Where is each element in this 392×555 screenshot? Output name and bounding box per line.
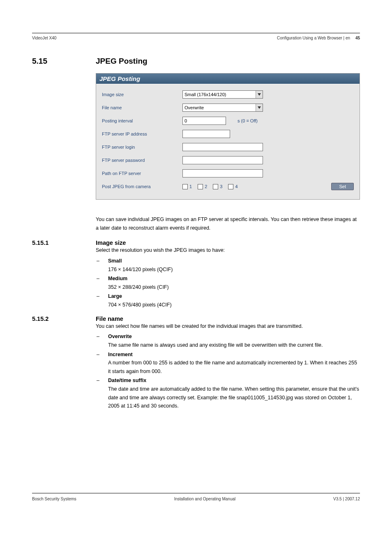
label-posting-interval: Posting interval [102, 118, 182, 123]
option-label: Overwrite [108, 334, 132, 339]
jpeg-posting-panel: JPEG Posting Image size Small (176x144/1… [96, 73, 360, 200]
posting-interval-input[interactable]: 0 [182, 117, 226, 125]
list-item: – Small 176 × 144/120 pixels (QCIF) [96, 256, 360, 274]
camera-4-checkbox[interactable] [228, 184, 233, 189]
ftp-path-input[interactable] [182, 169, 263, 177]
svg-marker-1 [258, 106, 261, 109]
ftp-login-input[interactable] [182, 143, 263, 151]
option-desc: The date and time are automatically adde… [108, 385, 360, 410]
camera-1-label: 1 [189, 184, 192, 189]
section-title: JPEG Posting [96, 57, 148, 66]
panel-title: JPEG Posting [96, 74, 360, 84]
camera-1-checkbox[interactable] [182, 184, 188, 189]
label-ftp-login: FTP server login [102, 145, 182, 150]
dash-icon: – [96, 376, 108, 410]
header-left: VideoJet X40 [32, 36, 56, 40]
label-ftp-ip: FTP server IP address [102, 131, 182, 136]
label-ftp-path: Path on FTP server [102, 171, 182, 176]
list-item: – Date/time suffix The date and time are… [96, 376, 360, 411]
option-desc: The same file name is always used and an… [108, 341, 360, 350]
option-desc: A number from 000 to 255 is added to the… [108, 359, 360, 375]
list-item: – Medium 352 × 288/240 pixels (CIF) [96, 274, 360, 292]
file-name-select[interactable]: Overwrite [182, 104, 263, 112]
list-item: – Overwrite The same file name is always… [96, 332, 360, 350]
subsection-title: Image size [96, 240, 126, 246]
subsection-title: File name [96, 315, 123, 322]
image-size-select[interactable]: Small (176x144/120) [182, 90, 263, 99]
svg-marker-0 [258, 93, 261, 96]
option-label: Medium [108, 276, 127, 281]
dash-icon: – [96, 350, 108, 376]
label-file-name: File name [102, 105, 182, 110]
dash-icon: – [96, 292, 108, 309]
camera-2-checkbox[interactable] [198, 184, 203, 189]
footer-center: Installation and Operating Manual [174, 497, 236, 501]
option-desc: 176 × 144/120 pixels (QCIF) [108, 265, 360, 274]
option-label: Large [108, 293, 122, 299]
option-desc: 352 × 288/240 pixels (CIF) [108, 283, 360, 292]
subsection-number: 5.15.1 [32, 240, 96, 246]
intro-paragraph: You can save individual JPEG images on a… [96, 215, 360, 232]
image-size-value: Small (176x144/120) [184, 92, 226, 97]
file-name-value: Overwrite [184, 105, 204, 110]
option-label: Increment [108, 352, 133, 357]
dash-icon: – [96, 257, 108, 274]
subsection-number: 5.15.2 [32, 315, 96, 322]
footer-left: Bosch Security Systems [32, 497, 76, 501]
option-desc: 704 × 576/480 pixels (4CIF) [108, 301, 360, 309]
list-item: – Increment A number from 000 to 255 is … [96, 350, 360, 376]
ftp-password-input[interactable] [182, 156, 263, 164]
camera-3-checkbox[interactable] [213, 184, 218, 189]
header-right: Configuration Using a Web Browser | en [277, 36, 350, 40]
camera-4-label: 4 [235, 184, 238, 189]
dash-icon: – [96, 274, 108, 291]
label-image-size: Image size [102, 92, 182, 97]
page-number: 45 [355, 36, 360, 40]
option-label: Small [108, 258, 122, 264]
section-number: 5.15 [32, 57, 96, 66]
interval-suffix: s (0 = Off) [238, 118, 258, 123]
chevron-down-icon [256, 104, 263, 111]
chevron-down-icon [256, 91, 263, 98]
page-header: VideoJet X40 Configuration Using a Web B… [32, 36, 360, 40]
set-button[interactable]: Set [331, 183, 354, 190]
dash-icon: – [96, 332, 108, 349]
camera-2-label: 2 [205, 184, 207, 189]
label-ftp-password: FTP server password [102, 158, 182, 163]
page-footer: Bosch Security Systems Installation and … [32, 493, 360, 501]
sub1-lead: Select the resolution you wish the JPEG … [96, 246, 360, 255]
camera-3-label: 3 [220, 184, 222, 189]
ftp-ip-input[interactable] [182, 130, 230, 138]
option-label: Date/time suffix [108, 378, 146, 383]
label-post-from-camera: Post JPEG from camera [102, 184, 182, 189]
footer-right: V3.5 | 2007.12 [333, 497, 360, 501]
sub2-lead: You can select how file names will be cr… [96, 322, 360, 331]
list-item: – Large 704 × 576/480 pixels (4CIF) [96, 292, 360, 309]
